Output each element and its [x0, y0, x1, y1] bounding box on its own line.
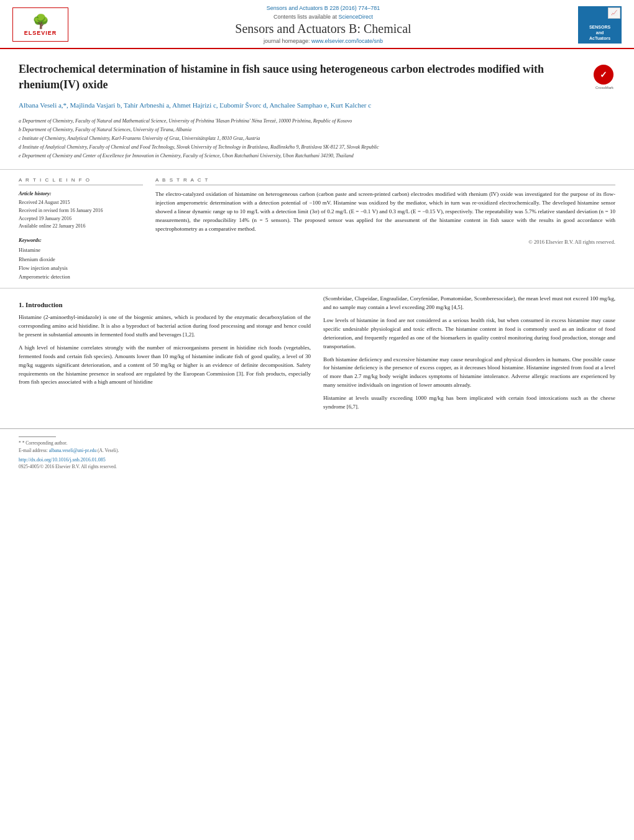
- crossmark-icon: ✓: [594, 65, 613, 85]
- email-label: E-mail address:: [19, 448, 48, 453]
- homepage-url[interactable]: www.elsevier.com/locate/snb: [311, 38, 383, 44]
- keyword-2: Rhenium dioxide: [19, 255, 143, 264]
- affiliation-d: d Institute of Analytical Chemistry, Fac…: [19, 144, 615, 151]
- affiliation-e: e Department of Chemistry and Center of …: [19, 152, 615, 160]
- right-para-2: Low levels of histamine in food are not …: [323, 316, 615, 351]
- email-address[interactable]: albana.veseli@uni-pr.edu: [49, 448, 96, 453]
- affiliation-c: c Institute of Chemistry, Analytical Che…: [19, 135, 615, 142]
- history-title: Article history:: [19, 190, 143, 196]
- journal-homepage: journal homepage: www.elsevier.com/locat…: [81, 38, 566, 44]
- authors-line: Albana Veseli a,*, Majlinda Vasjari b, T…: [19, 100, 615, 111]
- article-header: ✓ CrossMark Electrochemical determinatio…: [0, 49, 634, 170]
- sensors-actuators-logo: 📈 SENSORS and AcTuators: [578, 6, 622, 44]
- homepage-label: journal homepage:: [264, 38, 310, 44]
- keywords-block: Keywords: Histamine Rhenium dioxide Flow…: [19, 237, 143, 282]
- elsevier-label: ELSEVIER: [24, 30, 57, 36]
- article-history-block: Article history: Received 24 August 2015…: [19, 190, 143, 231]
- journal-header: 🌳 ELSEVIER Sensors and Actuators B 228 (…: [0, 0, 634, 49]
- abstract-label: A B S T R A C T: [155, 177, 615, 185]
- body-right-col: (Scombridae, Clupeidae, Engraulidae, Cor…: [323, 295, 615, 416]
- affiliations-block: a Department of Chemistry, Faculty of Na…: [19, 118, 615, 160]
- right-para-3: Both histamine deficiency and excessive …: [323, 356, 615, 390]
- accepted-date: Accepted 19 January 2016: [19, 215, 143, 223]
- copyright-line: © 2016 Elsevier B.V. All rights reserved…: [155, 239, 615, 245]
- journal-header-center: Sensors and Actuators B 228 (2016) 774–7…: [68, 5, 578, 44]
- footer-section: * * Corresponding author. E-mail address…: [0, 428, 634, 474]
- article-info-column: A R T I C L E I N F O Article history: R…: [19, 177, 143, 282]
- footer-divider: [19, 436, 56, 437]
- received-date: Received 24 August 2015: [19, 199, 143, 207]
- body-two-col: 1. Introduction Histamine (2-aminoethyl-…: [19, 295, 615, 416]
- keyword-1: Histamine: [19, 246, 143, 254]
- doi-link[interactable]: http://dx.doi.org/10.1016/j.snb.2016.01.…: [19, 457, 615, 463]
- article-info-abstract: A R T I C L E I N F O Article history: R…: [0, 170, 634, 288]
- elsevier-logo: 🌳 ELSEVIER: [12, 7, 68, 42]
- affiliation-b: b Department of Chemistry, Faculty of Na…: [19, 126, 615, 134]
- intro-heading: 1. Introduction: [19, 301, 311, 308]
- sciencedirect-link[interactable]: ScienceDirect: [339, 14, 374, 20]
- article-title: Electrochemical determination of histami…: [19, 62, 615, 93]
- article-info-label: A R T I C L E I N F O: [19, 177, 143, 185]
- issn-line: 0925-4005/© 2016 Elsevier B.V. All right…: [19, 464, 117, 469]
- affiliation-a: a Department of Chemistry, Faculty of Na…: [19, 118, 615, 125]
- online-date: Available online 22 January 2016: [19, 223, 143, 231]
- contents-text: Contents lists available at: [273, 14, 337, 20]
- elsevier-tree-icon: 🌳: [32, 14, 49, 30]
- crossmark-badge[interactable]: ✓ CrossMark: [594, 65, 615, 86]
- journal-ref: Sensors and Actuators B 228 (2016) 774–7…: [81, 5, 566, 11]
- sensors-logo-text: SENSORS and AcTuators: [589, 24, 610, 41]
- keywords-title: Keywords:: [19, 237, 143, 243]
- abstract-text: The electro-catalyzed oxidation of hista…: [155, 190, 615, 234]
- footnote-label: * Corresponding author.: [22, 440, 68, 446]
- keyword-3: Flow injection analysis: [19, 264, 143, 272]
- sciencedirect-line: Contents lists available at ScienceDirec…: [81, 14, 566, 20]
- revised-date: Received in revised form 16 January 2016: [19, 207, 143, 215]
- page: 🌳 ELSEVIER Sensors and Actuators B 228 (…: [0, 0, 634, 840]
- sensors-logo-image: 📈: [608, 7, 620, 19]
- keyword-4: Amperometric detection: [19, 272, 143, 281]
- abstract-column: A B S T R A C T The electro-catalyzed ox…: [155, 177, 615, 282]
- intro-para-2: A high level of histamine correlates str…: [19, 344, 311, 387]
- email-line: E-mail address: albana.veseli@uni-pr.edu…: [19, 447, 615, 455]
- email-suffix: (A. Veseli).: [98, 448, 119, 453]
- body-content: 1. Introduction Histamine (2-aminoethyl-…: [0, 288, 634, 422]
- journal-title: Sensors and Actuators B: Chemical: [81, 22, 566, 36]
- body-left-col: 1. Introduction Histamine (2-aminoethyl-…: [19, 295, 311, 416]
- right-para-4: Histamine at levels usually exceeding 10…: [323, 394, 615, 412]
- right-para-1: (Scombridae, Clupeidae, Engraulidae, Cor…: [323, 295, 615, 312]
- footnote-corresponding: * * Corresponding author.: [19, 440, 615, 447]
- intro-para-1: Histamine (2-aminoethyl-imidazole) is on…: [19, 313, 311, 339]
